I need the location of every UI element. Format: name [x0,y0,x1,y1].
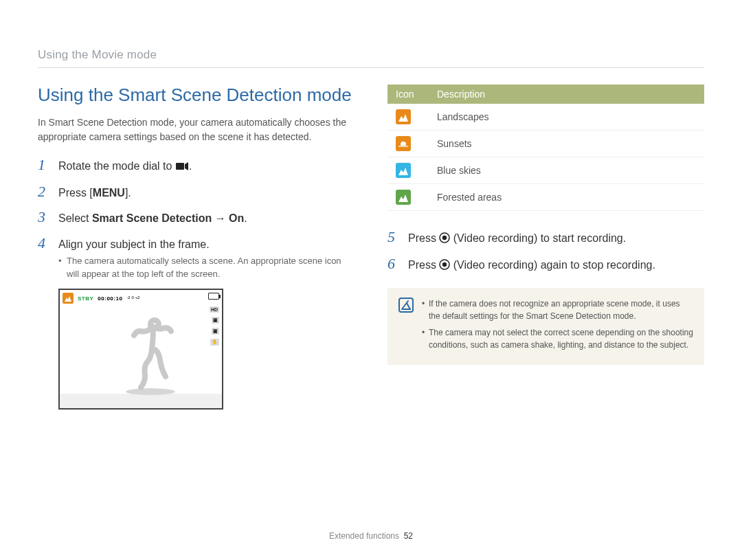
preview-right-indicators: HD ▣ ▣ ✋ [210,306,219,346]
detected-scene-icon [63,293,74,304]
scene-description: Forested areas [429,184,704,211]
sunsets-scene-icon [396,136,411,151]
running-header: Using the Movie mode [38,48,704,62]
elapsed-time: 00:00:10 [98,295,122,302]
step-fragment: (Video recording) to start recording. [450,232,626,244]
step-fragment: Rotate the mode dial to [58,160,175,172]
svg-point-3 [126,388,175,395]
step-number: 1 [38,157,50,173]
sub-bullet-item: The camera automatically selects a scene… [58,255,355,281]
left-column: Using the Smart Scene Detection mode In … [38,85,355,410]
menu-key-label: MENU [93,187,125,199]
step-text: Align your subject in the frame. The cam… [58,235,355,281]
step-fragment: . [189,160,192,172]
note-icon [398,298,414,313]
step-text: Press (Video recording) again to stop re… [408,256,655,274]
step-fragment: Press [408,232,439,244]
step-fragment: Select [58,212,92,224]
indicator-icon: ▣ [212,317,219,324]
menu-value-label: On [229,212,244,224]
svg-marker-1 [185,162,188,170]
intro-paragraph: In Smart Scene Detection mode, your came… [38,115,355,144]
svg-point-13 [442,262,447,267]
page-footer: Extended functions 52 [0,531,742,541]
table-row: Blue skies [387,157,704,184]
landscapes-scene-icon [396,109,411,124]
menu-path-label: Smart Scene Detection [92,212,212,224]
blue-skies-scene-icon [396,163,411,178]
steps-left: 1 Rotate the mode dial to . 2 Press [MEN… [38,157,355,280]
camera-preview: STBY 00:00:10 -2 0 +2 HD ▣ ▣ ✋ [58,289,223,410]
step-text: Press [MENU]. [58,183,131,201]
step-sub-bullets: The camera automatically selects a scene… [58,255,355,281]
table-header-icon: Icon [387,85,429,104]
step-number: 3 [38,209,50,225]
indicator-icon: ▣ [212,328,219,335]
step-fragment: Press [408,259,439,271]
step-number: 4 [38,235,50,251]
section-title: Using the Smart Scene Detection mode [38,85,355,106]
svg-marker-8 [398,168,408,175]
footer-page-number: 52 [404,531,413,541]
step-text: Press (Video recording) to start recordi… [408,229,626,247]
svg-marker-9 [398,194,408,202]
stabilizer-icon: ✋ [210,339,219,346]
footer-section: Extended functions [329,531,399,541]
note-item: The camera may not select the correct sc… [422,326,693,351]
movie-mode-icon [175,159,189,175]
svg-marker-4 [398,114,408,122]
step-fragment: Press [ [58,187,93,199]
step-fragment: (Video recording) again to stop recordin… [450,259,655,271]
table-row: Landscapes [387,104,704,131]
scene-description: Sunsets [429,131,704,157]
scene-icons-table: Icon Description Landscapes Sunsets [387,85,704,211]
scene-description: Landscapes [429,104,704,131]
step-number: 6 [387,256,400,272]
svg-rect-0 [176,163,184,170]
arrow-icon: → [212,212,229,224]
step-fragment: . [244,212,247,224]
table-row: Sunsets [387,131,704,157]
step-number: 2 [38,183,50,200]
right-column: Icon Description Landscapes Sunsets [387,85,704,410]
step-fragment: ]. [125,187,131,199]
table-header-description: Description [429,85,704,104]
note-item: If the camera does not recognize an appr… [422,298,693,322]
steps-right: 5 Press (Video recording) to start recor… [387,229,704,274]
step-text: Rotate the mode dial to . [58,157,192,175]
svg-point-11 [442,236,447,240]
scene-description: Blue skies [429,157,704,184]
note-box: If the camera does not recognize an appr… [387,288,704,365]
header-divider [38,67,704,68]
dancer-silhouette [123,313,178,396]
record-icon [439,232,450,247]
battery-icon [208,293,219,300]
ev-scale: -2 0 +2 [126,295,139,300]
svg-marker-2 [65,296,71,302]
record-icon [439,258,450,274]
step-number: 5 [387,229,400,245]
stby-label: STBY [78,295,93,302]
table-row: Forested areas [387,184,704,211]
forested-scene-icon [396,190,411,205]
step-text: Select Smart Scene Detection → On. [58,209,247,226]
hd-badge: HD [210,306,219,313]
step-fragment: Align your subject in the frame. [58,238,210,250]
